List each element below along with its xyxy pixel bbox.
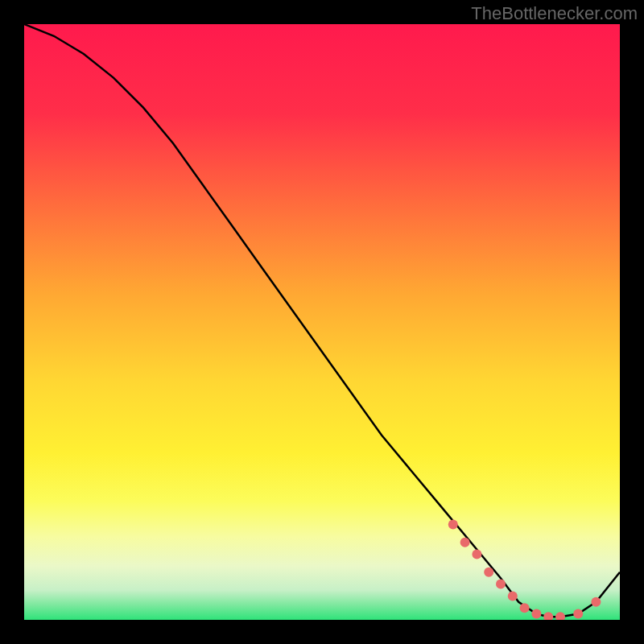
marker-point [520, 603, 530, 613]
marker-point [555, 612, 565, 620]
marker-point [460, 538, 470, 547]
marker-point [508, 591, 518, 601]
marker-point [472, 550, 481, 559]
marker-point [531, 609, 541, 619]
curve-layer [24, 24, 620, 620]
bottleneck-curve [24, 24, 620, 617]
marker-point [591, 597, 601, 607]
chart-container: TheBottlenecker.com [0, 0, 644, 644]
marker-point [573, 609, 583, 619]
highlight-markers [448, 520, 601, 620]
marker-point [484, 568, 493, 577]
marker-point [543, 612, 553, 620]
plot-area [24, 24, 620, 620]
marker-point [496, 580, 506, 589]
attribution-text: TheBottlenecker.com [471, 3, 638, 24]
marker-point [448, 520, 458, 530]
